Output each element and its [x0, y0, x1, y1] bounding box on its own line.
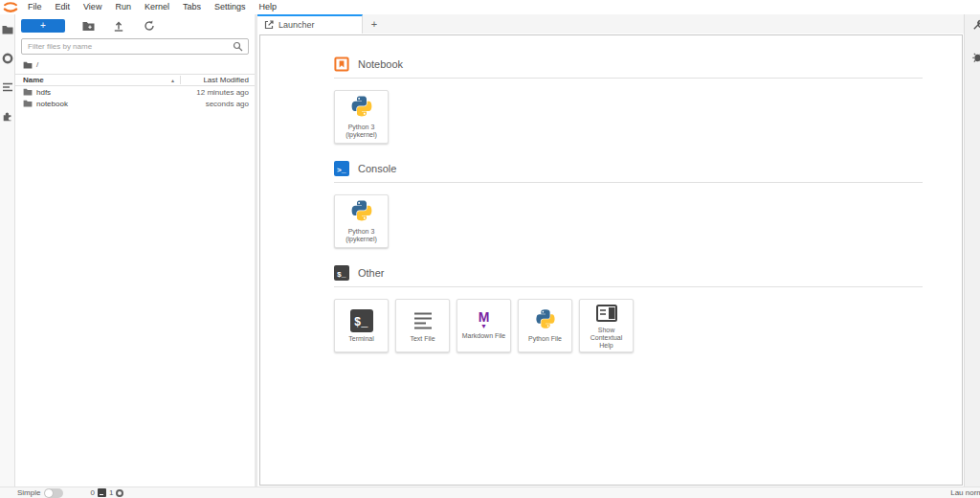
simple-mode-label: Simple — [17, 488, 40, 497]
table-of-contents-icon[interactable] — [0, 79, 15, 95]
kernel-icon — [116, 489, 123, 497]
main-area: Launcher + Noteboo — [257, 14, 964, 487]
folder-icon — [23, 88, 33, 96]
file-name: hdfs — [36, 88, 51, 97]
markdown-icon: M ▼ — [479, 311, 490, 329]
file-row-hdfs[interactable]: hdfs 12 minutes ago — [15, 86, 255, 98]
section-title: Notebook — [358, 58, 403, 70]
python-icon — [349, 96, 374, 121]
card-console-python3[interactable]: Python 3 (ipykernel) — [334, 194, 389, 248]
python-icon — [534, 309, 557, 332]
file-name: notebook — [36, 100, 68, 108]
launcher-panel: Notebook Python 3 (ipykernel) — [259, 34, 963, 486]
listing-header: Name ▴ Last Modified — [15, 74, 255, 86]
column-header-last-modified[interactable]: Last Modified — [180, 76, 255, 84]
divider — [334, 78, 923, 79]
section-title: Other — [358, 267, 385, 279]
new-folder-icon[interactable] — [80, 19, 96, 33]
svg-text:$_: $_ — [337, 270, 346, 279]
folder-icon — [23, 100, 33, 107]
running-sessions-icon[interactable] — [0, 51, 15, 66]
menu-view[interactable]: View — [77, 0, 108, 14]
breadcrumb-root[interactable]: / — [36, 60, 38, 69]
property-inspector-icon[interactable] — [971, 19, 980, 32]
tab-label: Launcher — [278, 20, 315, 30]
card-label: Terminal — [345, 335, 376, 343]
card-label: Show Contextual Help — [580, 327, 633, 350]
card-python-file[interactable]: Python File — [518, 299, 572, 352]
menu-help[interactable]: Help — [252, 0, 283, 14]
jupyterlab-window: File Edit View Run Kernel Tabs Settings … — [0, 0, 980, 498]
file-modified: seconds ago — [206, 100, 255, 108]
card-label: Markdown File — [459, 332, 509, 340]
filter-files-box — [21, 38, 249, 55]
sort-ascending-icon: ▴ — [171, 77, 174, 83]
search-icon — [231, 41, 244, 52]
terminal-icon: $_ — [350, 309, 373, 332]
menu-settings[interactable]: Settings — [208, 0, 253, 14]
card-label: Python 3 (ipykernel) — [335, 228, 388, 243]
filter-files-input[interactable] — [22, 42, 231, 51]
terminals-count: 0 — [90, 488, 94, 497]
section-notebook: Notebook Python 3 (ipykernel) — [334, 57, 943, 144]
card-show-contextual-help[interactable]: Show Contextual Help — [579, 299, 634, 352]
divider — [334, 286, 923, 287]
launcher-icon — [264, 20, 274, 30]
left-sidebar — [0, 14, 15, 487]
file-browser-icon[interactable] — [0, 22, 15, 37]
file-browser-panel: + — [15, 14, 257, 487]
home-folder-icon — [23, 61, 33, 69]
svg-text:$_: $_ — [354, 316, 368, 329]
file-row-notebook[interactable]: notebook seconds ago — [15, 98, 255, 109]
text-file-icon — [412, 309, 434, 332]
status-bar: Simple 0 1 Lau norm — [0, 487, 980, 498]
card-text-file[interactable]: Text File — [395, 299, 450, 352]
terminals-icon — [98, 488, 106, 497]
file-browser-toolbar: + — [15, 14, 255, 36]
card-label: Python File — [525, 335, 565, 343]
upload-icon[interactable] — [111, 19, 126, 33]
card-label: Python 3 (ipykernel) — [335, 124, 388, 139]
kernels-count: 1 — [109, 488, 113, 497]
column-header-name[interactable]: Name ▴ — [15, 76, 180, 84]
menu-run[interactable]: Run — [108, 0, 138, 14]
session-counts[interactable]: 0 1 — [90, 488, 123, 497]
tab-launcher[interactable]: Launcher — [257, 14, 363, 34]
breadcrumb[interactable]: / — [15, 55, 255, 74]
toggle-knob — [45, 489, 53, 497]
menu-edit[interactable]: Edit — [49, 0, 78, 14]
tab-bar: Launcher + — [257, 14, 964, 34]
section-other: $_ Other $_ — [334, 265, 943, 352]
jupyter-logo-icon — [0, 1, 21, 14]
status-right-text: Lau norm — [950, 488, 980, 497]
right-sidebar — [964, 14, 980, 487]
card-markdown-file[interactable]: M ▼ Markdown File — [457, 299, 511, 352]
menu-file[interactable]: File — [21, 0, 49, 14]
section-title: Console — [358, 163, 396, 174]
card-terminal[interactable]: $_ Terminal — [334, 299, 389, 352]
new-tab-button[interactable]: + — [363, 14, 386, 34]
contextual-help-icon — [595, 303, 618, 324]
card-notebook-python3[interactable]: Python 3 (ipykernel) — [334, 90, 389, 144]
file-modified: 12 minutes ago — [196, 88, 255, 97]
extension-manager-icon[interactable] — [0, 108, 15, 124]
python-icon — [349, 200, 374, 225]
menu-bar: File Edit View Run Kernel Tabs Settings … — [0, 0, 980, 14]
simple-mode-toggle[interactable] — [44, 488, 63, 498]
terminal-icon: $_ — [334, 265, 349, 281]
divider — [334, 182, 923, 183]
refresh-icon[interactable] — [142, 19, 157, 33]
notebook-icon — [334, 57, 349, 72]
section-console: >_ Console — [334, 161, 943, 248]
new-launcher-button[interactable]: + — [21, 19, 65, 33]
svg-text:>_: >_ — [337, 166, 346, 174]
menu-tabs[interactable]: Tabs — [176, 0, 208, 14]
console-icon: >_ — [334, 161, 349, 176]
debugger-icon[interactable] — [971, 51, 980, 63]
card-label: Text File — [407, 335, 437, 343]
menu-kernel[interactable]: Kernel — [138, 0, 176, 14]
